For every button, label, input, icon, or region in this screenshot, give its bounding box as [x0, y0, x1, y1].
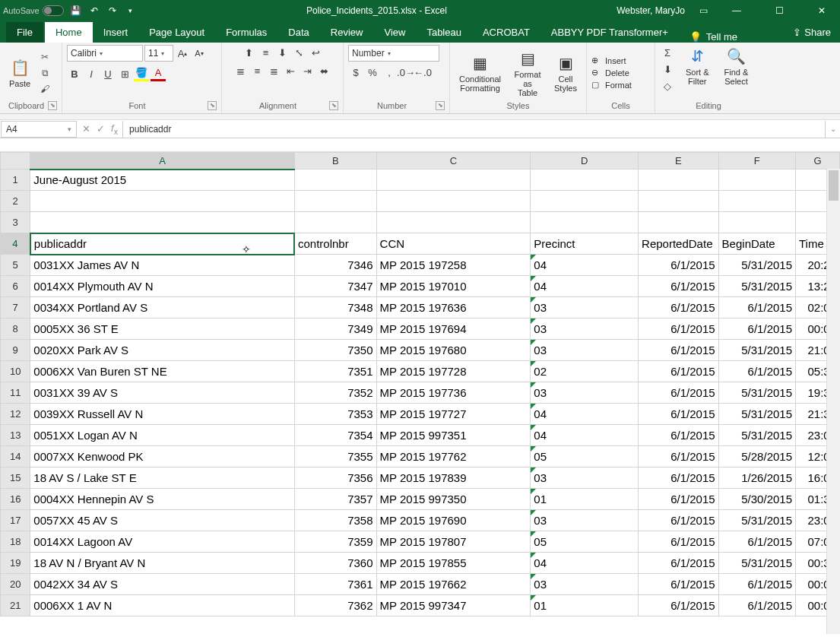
row-header[interactable]: 10	[1, 361, 30, 382]
select-all-corner[interactable]	[1, 153, 30, 170]
percent-format-icon[interactable]: %	[365, 65, 380, 80]
align-middle-icon[interactable]: ≡	[258, 45, 274, 60]
row-header[interactable]: 18	[1, 531, 30, 553]
cell[interactable]: 7354	[294, 425, 376, 446]
cell[interactable]: MP 2015 997350	[376, 489, 531, 510]
cell[interactable]: MP 2015 197762	[376, 446, 531, 467]
clipboard-dialog-launcher[interactable]: ⬊	[48, 101, 57, 110]
cell[interactable]: MP 2015 997347	[376, 595, 531, 616]
cell[interactable]	[30, 191, 295, 212]
share-button[interactable]: ⇪ Share	[784, 22, 840, 43]
column-header[interactable]: C	[376, 153, 531, 170]
user-name[interactable]: Webster, MaryJo	[617, 5, 685, 16]
cell[interactable]: 5/28/2015	[718, 446, 795, 467]
cell[interactable]: 5/31/2015	[718, 510, 795, 531]
cell[interactable]: 6/1/2015	[639, 553, 719, 574]
cell[interactable]: MP 2015 197636	[376, 297, 531, 318]
cell[interactable]	[639, 191, 719, 212]
cell[interactable]	[718, 170, 795, 191]
cell[interactable]: MP 2015 997351	[376, 425, 531, 446]
fill-icon[interactable]: ⬇	[660, 62, 675, 77]
cell[interactable]	[531, 212, 639, 233]
tab-data[interactable]: Data	[277, 22, 319, 43]
cell[interactable]: 7362	[294, 595, 376, 616]
orientation-icon[interactable]: ⤡	[292, 45, 307, 60]
row-header[interactable]: 7	[1, 297, 30, 318]
expand-formula-bar-icon[interactable]: ⌄	[825, 121, 840, 138]
cell[interactable]: 5/31/2015	[718, 255, 795, 276]
cell[interactable]	[294, 170, 376, 191]
tab-review[interactable]: Review	[320, 22, 374, 43]
cell[interactable]: 01	[531, 595, 639, 616]
row-header[interactable]: 6	[1, 276, 30, 297]
paste-button[interactable]: 📋 Paste	[5, 56, 35, 90]
cell-styles-button[interactable]: ▣Cell Styles	[550, 52, 582, 94]
cell[interactable]: MP 2015 197727	[376, 404, 531, 425]
cell[interactable]: 6/1/2015	[639, 382, 719, 404]
format-as-table-button[interactable]: ▤Format as Table	[509, 47, 547, 99]
cell[interactable]: MP 2015 197694	[376, 318, 531, 340]
qat-customize-icon[interactable]: ▾	[125, 5, 137, 17]
row-header[interactable]: 8	[1, 318, 30, 340]
scrollbar-thumb[interactable]	[829, 170, 838, 201]
cell[interactable]: CCN	[376, 233, 531, 255]
align-right-icon[interactable]: ≣	[267, 63, 282, 78]
undo-icon[interactable]: ↶	[88, 5, 100, 17]
autosave-toggle[interactable]: AutoSave	[3, 5, 64, 16]
cell[interactable]: June-August 2015	[30, 170, 295, 191]
fx-icon[interactable]: fx	[111, 122, 118, 136]
cell[interactable]: 7356	[294, 467, 376, 489]
delete-cells-button[interactable]: ⊖Delete	[591, 68, 632, 78]
tab-formulas[interactable]: Formulas	[215, 22, 277, 43]
cell[interactable]	[30, 212, 295, 233]
cell[interactable]: 7360	[294, 553, 376, 574]
font-size-combo[interactable]: 11▾	[144, 45, 173, 62]
cell[interactable]: 7355	[294, 446, 376, 467]
cell[interactable]: 6/1/2015	[718, 595, 795, 616]
cell[interactable]: 6/1/2015	[639, 276, 719, 297]
cell[interactable]: MP 2015 197736	[376, 382, 531, 404]
bold-button[interactable]: B	[67, 66, 82, 81]
cell[interactable]: 5/31/2015	[718, 340, 795, 361]
conditional-formatting-button[interactable]: ▦Conditional Formatting	[455, 52, 506, 94]
find-select-button[interactable]: 🔍Find & Select	[720, 45, 753, 87]
cell[interactable]: 6/1/2015	[639, 489, 719, 510]
cell[interactable]: 1/26/2015	[718, 467, 795, 489]
cell[interactable]: 6/1/2015	[718, 531, 795, 553]
cell[interactable]: 6/1/2015	[639, 574, 719, 595]
shrink-font-icon[interactable]: A▾	[192, 46, 207, 61]
cell[interactable]: 6/1/2015	[639, 255, 719, 276]
alignment-dialog-launcher[interactable]: ⬊	[329, 101, 338, 110]
cell[interactable]: 0014XX Lagoon AV	[30, 531, 295, 553]
insert-cells-button[interactable]: ⊕Insert	[591, 55, 632, 66]
row-header[interactable]: 1	[1, 170, 30, 191]
decrease-indent-icon[interactable]: ⇤	[284, 63, 299, 78]
cell[interactable]: MP 2015 197728	[376, 361, 531, 382]
cell[interactable]: 6/1/2015	[718, 318, 795, 340]
font-dialog-launcher[interactable]: ⬊	[208, 101, 217, 110]
cell[interactable]	[718, 191, 795, 212]
cell[interactable]: 0007XX Kenwood PK	[30, 446, 295, 467]
cell[interactable]: 01	[531, 489, 639, 510]
row-header[interactable]: 21	[1, 595, 30, 616]
tab-tableau[interactable]: Tableau	[416, 22, 472, 43]
row-header[interactable]: 17	[1, 510, 30, 531]
cancel-formula-icon[interactable]: ✕	[82, 123, 90, 135]
cell[interactable]: 03	[531, 510, 639, 531]
cell[interactable]: 03	[531, 340, 639, 361]
enter-formula-icon[interactable]: ✓	[97, 123, 105, 135]
cell[interactable]: 6/1/2015	[639, 361, 719, 382]
cell[interactable]: 6/1/2015	[639, 467, 719, 489]
increase-decimal-icon[interactable]: .0→	[398, 65, 414, 80]
tab-view[interactable]: View	[373, 22, 416, 43]
cell[interactable]: 04	[531, 553, 639, 574]
cell[interactable]	[294, 212, 376, 233]
cell[interactable]: MP 2015 197010	[376, 276, 531, 297]
cell[interactable]: 03	[531, 318, 639, 340]
cell[interactable]: 0005XX 36 ST E	[30, 318, 295, 340]
cell[interactable]: 0006XX 1 AV N	[30, 595, 295, 616]
cell[interactable]: 04	[531, 404, 639, 425]
tab-acrobat[interactable]: ACROBAT	[472, 22, 540, 43]
font-color-button[interactable]: A	[151, 66, 166, 81]
cell[interactable]: BeginDate	[718, 233, 795, 255]
